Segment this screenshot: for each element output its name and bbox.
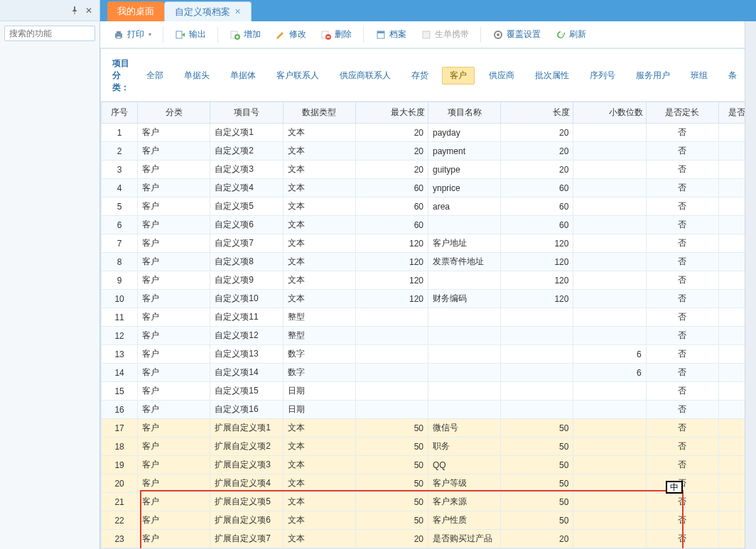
cell[interactable] bbox=[428, 364, 500, 382]
cell[interactable]: 自定义项14 bbox=[210, 364, 283, 382]
table-row[interactable]: 16客户自定义项16日期否 bbox=[102, 401, 755, 419]
cell[interactable]: 否 bbox=[646, 437, 718, 456]
cell[interactable]: 自定义项16 bbox=[210, 401, 283, 419]
cell[interactable]: 否 bbox=[646, 493, 718, 511]
table-row[interactable]: 2客户自定义项2文本20payment20否 bbox=[102, 142, 755, 161]
cell[interactable]: 否 bbox=[646, 308, 718, 327]
col-item[interactable]: 项目号 bbox=[210, 102, 283, 124]
table-row[interactable]: 19客户扩展自定义项3文本50QQ50否 bbox=[102, 456, 755, 474]
cell[interactable]: 7 bbox=[102, 234, 138, 253]
cell[interactable]: 否 bbox=[646, 234, 718, 253]
cell[interactable]: 9 bbox=[102, 271, 138, 290]
cell[interactable]: 是否购买过产品 bbox=[428, 530, 500, 548]
cell[interactable]: 客户 bbox=[138, 142, 210, 161]
cell[interactable]: 发票寄件地址 bbox=[428, 253, 500, 271]
cell[interactable]: 文本 bbox=[283, 419, 355, 437]
archive-button[interactable]: 档案 bbox=[369, 26, 412, 43]
cell[interactable]: 120 bbox=[355, 234, 428, 253]
cell[interactable]: 17 bbox=[102, 419, 138, 437]
cell[interactable] bbox=[355, 382, 428, 401]
table-row[interactable]: 17客户扩展自定义项1文本50微信号50否 bbox=[102, 419, 755, 437]
cell[interactable]: 120 bbox=[501, 290, 573, 308]
cell[interactable]: 否 bbox=[646, 179, 718, 197]
cell[interactable]: 自定义项12 bbox=[210, 327, 283, 345]
cell[interactable]: 否 bbox=[646, 197, 718, 216]
cell[interactable]: 否 bbox=[646, 456, 718, 474]
cell[interactable]: 10 bbox=[102, 290, 138, 308]
cell[interactable]: 50 bbox=[501, 474, 573, 493]
refresh-button[interactable]: 刷新 bbox=[549, 26, 592, 43]
cell[interactable]: 否 bbox=[646, 124, 718, 142]
cell[interactable]: 数字 bbox=[283, 364, 355, 382]
cell[interactable]: 客户 bbox=[138, 234, 210, 253]
filter-单据头[interactable]: 单据头 bbox=[177, 67, 217, 84]
table-row[interactable]: 18客户扩展自定义项2文本50职务50否 bbox=[102, 437, 755, 456]
cell[interactable]: 否 bbox=[646, 474, 718, 493]
col-fixed[interactable]: 是否定长 bbox=[646, 102, 718, 124]
cell[interactable] bbox=[355, 327, 428, 345]
cell[interactable]: 整型 bbox=[283, 327, 355, 345]
cell[interactable]: 60 bbox=[355, 197, 428, 216]
cell[interactable]: 16 bbox=[102, 401, 138, 419]
cell[interactable]: 20 bbox=[355, 530, 428, 548]
filter-存货[interactable]: 存货 bbox=[404, 67, 436, 84]
add-button[interactable]: 增加 bbox=[224, 26, 266, 43]
cell[interactable]: 60 bbox=[355, 216, 428, 234]
cell[interactable]: 扩展自定义项1 bbox=[210, 419, 283, 437]
col-name[interactable]: 项目名称 bbox=[428, 102, 500, 124]
cell[interactable]: 客户 bbox=[138, 197, 210, 216]
export-button[interactable]: 输出 bbox=[169, 26, 212, 43]
cell[interactable] bbox=[573, 161, 646, 179]
cell[interactable] bbox=[573, 401, 646, 419]
cell[interactable]: 4 bbox=[102, 179, 138, 197]
cell[interactable]: 120 bbox=[355, 271, 428, 290]
cell[interactable]: 50 bbox=[501, 437, 573, 456]
table-row[interactable]: 20客户扩展自定义项4文本50客户等级50否 bbox=[102, 474, 755, 493]
cell[interactable]: 客户 bbox=[138, 511, 210, 530]
cell[interactable]: payday bbox=[428, 124, 500, 142]
cell[interactable]: 50 bbox=[355, 419, 428, 437]
cell[interactable]: 8 bbox=[102, 253, 138, 271]
cell[interactable]: 否 bbox=[646, 364, 718, 382]
cell[interactable]: 自定义项6 bbox=[210, 216, 283, 234]
cell[interactable]: 文本 bbox=[283, 437, 355, 456]
cell[interactable] bbox=[573, 327, 646, 345]
col-dec[interactable]: 小数位数 bbox=[573, 102, 646, 124]
cell[interactable]: 否 bbox=[646, 271, 718, 290]
cell[interactable] bbox=[573, 419, 646, 437]
tab-desktop[interactable]: 我的桌面 bbox=[107, 1, 164, 21]
close-icon[interactable]: ✕ bbox=[84, 6, 94, 16]
cell[interactable]: 文本 bbox=[283, 271, 355, 290]
cell[interactable]: 60 bbox=[355, 179, 428, 197]
cell[interactable]: 客户 bbox=[138, 474, 210, 493]
filter-供应商[interactable]: 供应商 bbox=[482, 67, 522, 84]
table-row[interactable]: 15客户自定义项15日期否 bbox=[102, 382, 755, 401]
cell[interactable] bbox=[428, 327, 500, 345]
cell[interactable]: 客户来源 bbox=[428, 493, 500, 511]
edit-button[interactable]: 修改 bbox=[269, 26, 312, 43]
cell[interactable] bbox=[428, 401, 500, 419]
cell[interactable]: 日期 bbox=[283, 401, 355, 419]
cell[interactable]: payment bbox=[428, 142, 500, 161]
cell[interactable]: 文本 bbox=[283, 179, 355, 197]
cell[interactable]: 6 bbox=[573, 364, 646, 382]
cell[interactable]: 6 bbox=[573, 345, 646, 364]
cell[interactable]: 客户 bbox=[138, 308, 210, 327]
cell[interactable]: 自定义项8 bbox=[210, 253, 283, 271]
table-row[interactable]: 5客户自定义项5文本60area60否 bbox=[102, 197, 755, 216]
cell[interactable]: 120 bbox=[501, 253, 573, 271]
cell[interactable] bbox=[501, 308, 573, 327]
cell[interactable] bbox=[573, 290, 646, 308]
cell[interactable] bbox=[573, 474, 646, 493]
table-row[interactable]: 1客户自定义项1文本20payday20否 bbox=[102, 124, 755, 142]
cell[interactable] bbox=[573, 142, 646, 161]
cell[interactable]: 否 bbox=[646, 511, 718, 530]
cell[interactable]: 客户 bbox=[138, 401, 210, 419]
cell[interactable]: 否 bbox=[646, 327, 718, 345]
cell[interactable]: 财务编码 bbox=[428, 290, 500, 308]
cell[interactable]: 客户地址 bbox=[428, 234, 500, 253]
cell[interactable]: 22 bbox=[102, 511, 138, 530]
cell[interactable]: area bbox=[428, 197, 500, 216]
cell[interactable]: 客户性质 bbox=[428, 511, 500, 530]
filter-客户联系人[interactable]: 客户联系人 bbox=[269, 67, 326, 84]
